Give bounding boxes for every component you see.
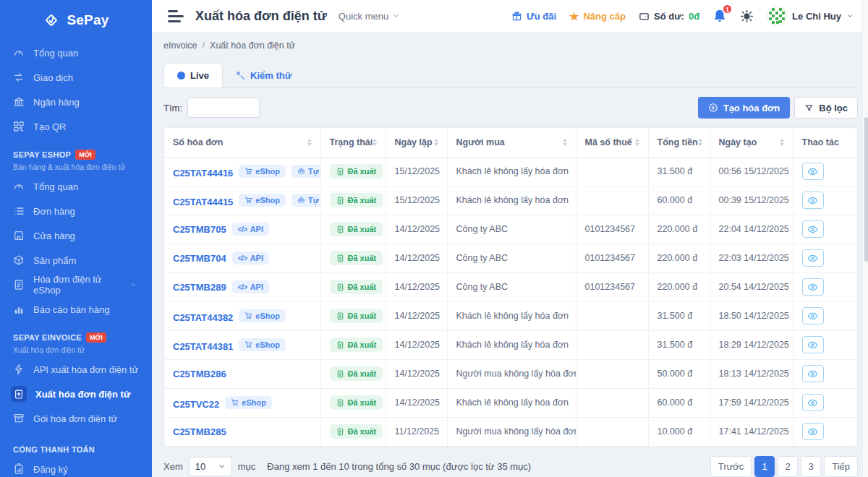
view-invoice-button[interactable] <box>802 423 824 440</box>
buyer-name: Công ty ABC <box>447 215 576 244</box>
view-invoice-button[interactable] <box>802 307 824 325</box>
column-header-nguoi-mua[interactable]: Người mua <box>447 128 576 157</box>
pagination-next[interactable]: Tiếp <box>824 456 858 477</box>
status-badge: Đã xuất <box>330 193 383 207</box>
issue-date: 14/12/2025 <box>386 272 447 301</box>
scrollbar-track[interactable] <box>862 0 868 477</box>
sidebar-item-hoa-don-eshop[interactable]: Hóa đơn điện tử eShop <box>0 272 152 297</box>
upgrade-link[interactable]: ★ Nâng cấp <box>569 11 626 22</box>
column-header-ma-so-thue[interactable]: Mã số thuế <box>576 128 648 157</box>
bank-icon <box>13 96 25 108</box>
invoice-code-link[interactable]: C25TMB289 <box>173 282 226 293</box>
sort-icon <box>780 139 784 146</box>
view-invoice-button[interactable] <box>802 192 824 209</box>
breadcrumb-einvoice[interactable]: eInvoice <box>163 40 197 51</box>
tax-id: 0101234567 <box>576 272 648 301</box>
view-invoice-button[interactable] <box>802 394 824 411</box>
cart-badge: eShop <box>239 338 286 351</box>
sort-icon <box>373 139 377 146</box>
section-title: CỔNG THANH TOÁN <box>13 445 95 454</box>
sidebar-item-label: Đơn hàng <box>33 206 75 217</box>
view-invoice-button[interactable] <box>802 278 824 296</box>
view-invoice-button[interactable] <box>802 163 824 180</box>
invoice-code-link[interactable]: C25TMB705 <box>173 224 226 235</box>
sidebar-item-tong-quan[interactable]: Tổng quan <box>0 40 152 65</box>
status-badge: Đã xuất <box>330 251 383 265</box>
breadcrumb-separator: / <box>203 40 205 51</box>
invoice-code-link[interactable]: C25TMB285 <box>173 426 226 437</box>
sidebar-item-ngan-hang[interactable]: Ngân hàng <box>0 90 152 114</box>
robot-badge: Tự động <box>292 165 320 178</box>
sidebar-item-tao-qr[interactable]: Tạo QR <box>0 114 152 139</box>
status-badge: Đã xuất <box>330 338 383 352</box>
sidebar-item-don-hang[interactable]: Đơn hàng <box>0 199 152 223</box>
sepay-logo[interactable]: SePay <box>0 0 152 40</box>
invoice-code-link[interactable]: C25TVC22 <box>173 398 219 409</box>
sidebar-item-api-xuat-hoa-don[interactable]: API xuất hóa đơn điện tử <box>0 357 152 382</box>
pagination-page-3[interactable]: 3 <box>801 456 821 477</box>
pagination-prev[interactable]: Trước <box>710 456 752 477</box>
view-invoice-button[interactable] <box>802 336 824 353</box>
total-amount: 50.000 đ <box>648 359 710 388</box>
column-header-tong-tien[interactable]: Tổng tiền <box>648 128 710 157</box>
promo-link[interactable]: Ưu đãi <box>511 11 556 22</box>
sidebar-item-xuat-hoa-don[interactable]: Xuất hóa đơn điện tử <box>0 382 152 406</box>
create-invoice-button[interactable]: Tạo hóa đơn <box>698 97 791 119</box>
invoice-code-link[interactable]: C25TAT44382 <box>173 311 233 322</box>
invoice-code-link[interactable]: C25TAT44415 <box>173 196 233 207</box>
page-size-select[interactable]: 10 <box>189 457 232 476</box>
tab-test[interactable]: Kiểm thử <box>223 63 305 87</box>
column-header-so-hoa-don[interactable]: Số hóa đơn <box>164 128 320 157</box>
invoice-code-link[interactable]: C25TMB286 <box>173 369 226 379</box>
issue-date: 14/12/2025 <box>386 215 447 244</box>
page-title: Xuất hóa đơn điện tử <box>195 9 327 24</box>
avatar <box>767 6 787 26</box>
tax-id <box>576 388 648 417</box>
balance-display[interactable]: Số dư: 0đ <box>639 11 699 22</box>
tab-live[interactable]: Live <box>163 63 223 87</box>
created-at: 22:04 14/12/2025 <box>710 215 793 244</box>
buyer-name: Người mua không lấy hóa đơn <box>447 417 576 446</box>
column-header-ngay-lap[interactable]: Ngày lập <box>386 128 447 157</box>
status-badge: Đã xuất <box>330 280 383 294</box>
sidebar-item-san-pham[interactable]: Sản phẩm <box>0 248 152 272</box>
invoice-code-link[interactable]: C25TAT44416 <box>173 167 233 178</box>
sidebar-item-goi-hoa-don[interactable]: Gói hóa đơn điện tử <box>0 406 152 431</box>
sidebar-item-eshop-tong-quan[interactable]: Tổng quan <box>0 174 152 199</box>
notifications-button[interactable]: 1 <box>712 9 727 23</box>
view-invoice-button[interactable] <box>802 249 824 267</box>
search-input[interactable] <box>187 98 260 118</box>
user-menu[interactable]: Le Chi Huy <box>767 6 854 26</box>
section-title: SEPAY EINVOICE <box>13 333 82 342</box>
table-row: C25TMB289</>APIĐã xuất14/12/2025Công ty … <box>164 272 857 301</box>
pagination-page-2[interactable]: 2 <box>778 456 798 477</box>
view-invoice-button[interactable] <box>802 365 824 382</box>
quick-menu-dropdown[interactable]: Quick menu <box>339 11 399 22</box>
scrollbar-thumb[interactable] <box>864 117 868 262</box>
total-amount: 220.000 đ <box>648 244 710 272</box>
sidebar-item-dang-ky[interactable]: Đăng ký <box>0 457 152 477</box>
hamburger-menu-icon[interactable] <box>168 10 184 22</box>
column-header-trang-thai[interactable]: Trạng thái <box>320 128 386 157</box>
section-subtitle: Xuất hóa đơn điện tử <box>13 345 139 354</box>
api-badge: </>API <box>232 280 269 293</box>
theme-sun-icon[interactable] <box>740 9 754 23</box>
table-row: C25TMB285Đã xuất11/12/2025Người mua khôn… <box>164 417 857 446</box>
column-header-ngay-tao[interactable]: Ngày tạo <box>710 128 793 157</box>
sidebar-item-label: Cửa hàng <box>33 231 75 241</box>
sidebar-item-label: Tổng quan <box>33 181 78 192</box>
sidebar-item-bao-cao[interactable]: Báo cáo bán hàng <box>0 297 152 322</box>
pagination-page-1[interactable]: 1 <box>754 456 775 477</box>
sidebar-item-giao-dich[interactable]: Giao dịch <box>0 65 152 90</box>
created-at: 18:13 14/12/2025 <box>710 359 793 388</box>
invoice-code-link[interactable]: C25TMB704 <box>173 253 226 264</box>
sidebar: SePay Tổng quan Giao dịch Ngân hàng Tạo … <box>0 0 152 477</box>
sidebar-item-cua-hang[interactable]: Cửa hàng <box>0 223 152 248</box>
created-at: 18:50 14/12/2025 <box>710 301 793 330</box>
filter-button[interactable]: Bộ lọc <box>794 97 858 119</box>
view-invoice-button[interactable] <box>802 220 824 238</box>
sort-icon <box>434 139 438 146</box>
total-amount: 220.000 đ <box>648 272 710 301</box>
invoice-code-link[interactable]: C25TAT44381 <box>173 340 233 351</box>
sidebar-nav: Tổng quan Giao dịch Ngân hàng Tạo QR SEP… <box>0 40 152 477</box>
